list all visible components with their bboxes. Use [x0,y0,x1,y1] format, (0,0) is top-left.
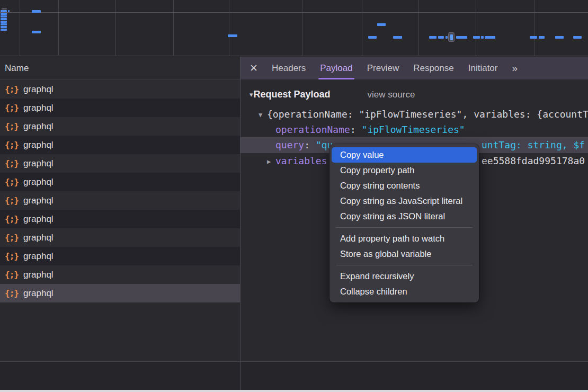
hovered-request-highlight [448,32,455,42]
network-request-bar [530,36,537,39]
menu-item-copy-string-as-json-literal[interactable]: Copy string as JSON literal [332,209,477,224]
network-request-bar [456,36,467,39]
pending-bar [2,8,7,10]
network-request-bar [555,36,564,39]
request-name: graphql [23,103,54,113]
grid-line [115,0,116,56]
name-column-header[interactable]: Name [0,57,240,79]
menu-item-copy-string-as-javascript-literal[interactable]: Copy string as JavaScript literal [332,193,477,209]
context-menu: Copy valueCopy property pathCopy string … [329,144,479,302]
network-request-bar [368,36,377,39]
json-icon: {;} [5,158,19,168]
json-icon: {;} [5,195,19,206]
object-preview-fragment: ee5588fdad995178a0 [482,153,585,168]
section-expander-icon[interactable]: ▾ [250,91,253,99]
request-name: graphql [23,177,54,188]
menu-item-expand-recursively[interactable]: Expand recursively [332,269,477,284]
request-row[interactable]: {;}graphql [0,210,240,228]
request-row[interactable]: {;}graphql [0,284,240,302]
network-request-bar [1,13,7,15]
request-row[interactable]: {;}graphql [0,80,240,99]
network-request-bar [32,10,41,13]
tab-payload[interactable]: Payload [320,57,352,79]
json-icon: {;} [5,177,19,187]
network-request-bar [573,36,582,39]
payload-root-row[interactable]: ▼{operationName: "ipFlowTimeseries", var… [240,106,588,122]
network-request-bar [1,26,7,28]
grid-line [58,0,59,56]
tab-response[interactable]: Response [413,57,454,79]
request-name: graphql [23,158,54,169]
request-row[interactable]: {;}graphql [0,247,240,265]
request-name: graphql [23,121,54,132]
time-divider-line [0,12,588,13]
tab-initiator[interactable]: Initiator [468,57,498,79]
json-icon: {;} [5,84,19,94]
grid-line [20,0,20,56]
network-request-bar [1,15,7,17]
expand-icon[interactable]: ▶ [267,154,275,168]
network-request-bar [485,36,495,39]
grid-line [418,0,419,56]
menu-item-collapse-children[interactable]: Collapse children [332,284,477,299]
network-request-bar [377,23,386,26]
request-row[interactable]: {;}graphql [0,265,240,284]
property-key: variables [275,155,327,166]
requests-pane: Name {;}graphql{;}graphql{;}graphql{;}gr… [0,57,240,392]
network-request-bar [473,36,480,39]
request-row[interactable]: {;}graphql [0,99,240,117]
operation-name-row[interactable]: operationName: "ipFlowTimeseries" [240,122,588,137]
request-row[interactable]: {;}graphql [0,228,240,247]
grid-line [362,0,362,56]
menu-item-copy-value[interactable]: Copy value [332,147,477,163]
request-row[interactable]: {;}graphql [0,154,240,173]
request-row[interactable]: {;}graphql [0,191,240,210]
network-request-bar [446,36,448,39]
network-overview-waterfall[interactable] [0,0,588,56]
json-icon: {;} [5,288,19,298]
network-request-bar [393,36,402,39]
network-request-bar [1,21,7,23]
details-tab-bar: ✕ HeadersPayloadPreviewResponseInitiator… [240,57,588,79]
summary-bar [240,361,588,392]
details-tabs: HeadersPayloadPreviewResponseInitiator [272,57,497,79]
request-row[interactable]: {;}graphql [0,117,240,136]
devtools-window: Name {;}graphql{;}graphql{;}graphql{;}gr… [0,0,588,392]
json-icon: {;} [5,214,19,224]
network-request-bar [1,23,7,25]
grid-line [302,0,302,56]
request-row[interactable]: {;}graphql [0,136,240,154]
tab-headers[interactable]: Headers [272,57,306,79]
json-icon: {;} [5,233,19,243]
property-key: operationName [275,124,350,135]
network-request-bar [228,34,237,37]
menu-item-copy-string-contents[interactable]: Copy string contents [332,178,477,193]
close-icon[interactable]: ✕ [248,62,259,74]
network-request-bar [539,36,545,39]
request-row[interactable]: {;}graphql [0,173,240,191]
request-name: graphql [23,270,54,280]
menu-item-copy-property-path[interactable]: Copy property path [332,163,477,178]
json-icon: {;} [5,103,19,113]
network-request-bar [438,36,444,39]
summary-bar [0,361,240,392]
view-source-link[interactable]: view source [368,90,415,100]
menu-separator [336,265,473,265]
request-name: graphql [23,140,54,150]
menu-item-store-as-global-variable[interactable]: Store as global variable [332,246,477,262]
request-name: graphql [23,214,54,225]
name-column-label: Name [5,63,29,73]
request-payload-section-header: ▾ Request Payload view source [240,87,588,102]
network-request-bar [1,10,7,12]
request-name: graphql [23,84,54,95]
grid-line [476,0,476,56]
grid-line [173,0,174,56]
more-tabs-icon[interactable]: » [512,63,516,74]
network-request-bar [1,29,7,31]
menu-item-add-property-path-to-watch[interactable]: Add property path to watch [332,231,477,246]
highlighted-request-bar [450,34,453,40]
json-icon: {;} [5,121,19,131]
collapse-icon[interactable]: ▼ [259,108,267,122]
json-icon: {;} [5,270,19,280]
tab-preview[interactable]: Preview [367,57,399,79]
